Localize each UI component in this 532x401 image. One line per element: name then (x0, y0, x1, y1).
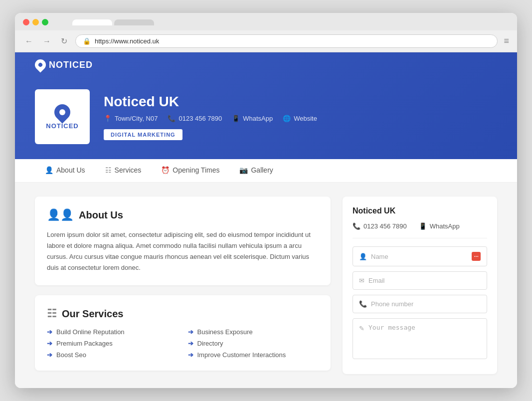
about-icon: 👤 (45, 166, 53, 174)
arrow-icon: ➔ (47, 328, 52, 336)
location-icon: 📍 (104, 115, 112, 122)
service-label: Directory (197, 340, 223, 347)
sidebar-phone-text: 0123 456 7890 (363, 222, 407, 230)
contact-row: 📞 0123 456 7890 📱 WhatsApp (353, 222, 487, 238)
left-column: 👤👤 About Us Lorem ipsum dolor sit amet, … (35, 197, 331, 374)
arrow-icon: ➔ (188, 340, 193, 347)
arrow-icon: ➔ (47, 340, 52, 347)
right-column: Noticed UK 📞 0123 456 7890 📱 WhatsApp (343, 197, 497, 374)
nav-opening-label: Opening Times (173, 166, 219, 174)
business-logo: NOTICED (35, 89, 90, 144)
main-content: 👤👤 About Us Lorem ipsum dolor sit amet, … (15, 183, 517, 388)
services-title-text: Our Services (62, 308, 123, 320)
sidebar-phone: 📞 0123 456 7890 (353, 222, 407, 230)
name-field-icon: 👤 (359, 253, 367, 260)
about-title-text: About Us (79, 209, 123, 221)
close-button[interactable] (23, 19, 29, 25)
forward-button[interactable]: → (41, 36, 53, 47)
title-bar (15, 13, 517, 30)
services-title: ☷ Our Services (47, 307, 319, 320)
message-input[interactable] (368, 324, 481, 354)
services-title-icon: ☷ (47, 307, 57, 320)
services-icon: ☷ (105, 166, 112, 174)
message-field-icon: ✎ (359, 325, 364, 332)
site-logo: NOTICED (35, 59, 93, 70)
clock-icon: ⏰ (161, 166, 170, 174)
sidebar-whatsapp-text: WhatsApp (430, 222, 460, 230)
name-field[interactable]: 👤 ··· (353, 246, 487, 266)
email-input[interactable] (368, 277, 481, 284)
phone-meta: 📞 0123 456 7890 (168, 115, 222, 122)
site-header: NOTICED NOTICED Noticed UK 📍 Town/City, (15, 52, 517, 159)
sidebar-whatsapp-icon: 📱 (419, 222, 427, 230)
logo-pin-icon (32, 57, 48, 72)
address-bar-row: ← → ↻ 🔒 https://www.noticed.uk ≡ (15, 30, 517, 52)
nav-gallery-label: Gallery (251, 166, 273, 174)
services-list: ➔ Build Online Reputation ➔ Business Exp… (47, 328, 319, 359)
menu-icon[interactable]: ≡ (504, 36, 509, 46)
service-item: ➔ Premium Packages (47, 340, 178, 347)
message-field[interactable]: ✎ (353, 318, 487, 359)
business-info: Noticed UK 📍 Town/City, N07 📞 0123 456 7… (104, 94, 317, 140)
phone-field-icon: 📞 (359, 300, 367, 308)
inactive-tab[interactable] (114, 19, 154, 25)
service-label: Build Online Reputation (56, 328, 125, 336)
address-text: https://www.noticed.uk (95, 37, 159, 45)
maximize-button[interactable] (42, 19, 48, 25)
sidebar-business-name: Noticed UK (353, 206, 487, 215)
site-nav: NOTICED (35, 52, 497, 77)
arrow-icon: ➔ (47, 351, 52, 359)
service-item: ➔ Boost Seo (47, 351, 178, 359)
location-text: Town/City, N07 (115, 115, 158, 122)
website-content: NOTICED NOTICED Noticed UK 📍 Town/City, (15, 52, 517, 388)
reload-button[interactable]: ↻ (59, 35, 69, 47)
email-field[interactable]: ✉ (353, 271, 487, 290)
website-meta[interactable]: 🌐 Website (283, 115, 317, 122)
service-label: Premium Packages (56, 340, 113, 347)
address-input[interactable]: 🔒 https://www.noticed.uk (75, 34, 498, 48)
active-tab[interactable] (72, 19, 112, 25)
brand-name: NOTICED (49, 60, 93, 70)
services-card: ☷ Our Services ➔ Build Online Reputation… (35, 295, 331, 371)
sidebar-card: Noticed UK 📞 0123 456 7890 📱 WhatsApp (343, 197, 497, 374)
phone-icon: 📞 (168, 115, 176, 122)
service-item: ➔ Directory (188, 340, 319, 347)
browser-window: ← → ↻ 🔒 https://www.noticed.uk ≡ NOTICED (15, 13, 517, 388)
tag-button[interactable]: DIGITAL MARKETING (104, 129, 182, 140)
name-input[interactable] (371, 253, 468, 260)
phone-input[interactable] (371, 300, 481, 308)
nav-about-label: About Us (56, 166, 85, 174)
lock-icon: 🔒 (83, 37, 91, 45)
website-icon: 🌐 (283, 115, 291, 122)
nav-gallery[interactable]: 📷 Gallery (229, 159, 283, 182)
about-title: 👤👤 About Us (47, 208, 319, 221)
email-field-icon: ✉ (359, 277, 364, 284)
nav-about[interactable]: 👤 About Us (35, 159, 95, 182)
about-title-icon: 👤👤 (47, 208, 74, 221)
website-text: Website (294, 115, 317, 122)
whatsapp-text: WhatsApp (243, 115, 273, 122)
about-card: 👤👤 About Us Lorem ipsum dolor sit amet, … (35, 197, 331, 285)
nav-opening[interactable]: ⏰ Opening Times (151, 159, 229, 182)
business-profile: NOTICED Noticed UK 📍 Town/City, N07 📞 01… (35, 77, 497, 159)
gallery-icon: 📷 (239, 166, 248, 174)
sidebar-whatsapp[interactable]: 📱 WhatsApp (419, 222, 460, 230)
minimize-button[interactable] (32, 19, 39, 25)
name-error-badge: ··· (472, 252, 481, 261)
service-item: ➔ Improve Customer Interactions (188, 351, 319, 359)
nav-services[interactable]: ☷ Services (95, 159, 152, 182)
business-meta: 📍 Town/City, N07 📞 0123 456 7890 📱 Whats… (104, 115, 317, 122)
phone-field[interactable]: 📞 (353, 295, 487, 313)
whatsapp-meta[interactable]: 📱 WhatsApp (232, 115, 273, 122)
back-button[interactable]: ← (23, 36, 35, 47)
phone-text: 0123 456 7890 (178, 115, 222, 122)
location-meta: 📍 Town/City, N07 (104, 115, 158, 122)
biz-pin-icon (51, 101, 73, 123)
arrow-icon: ➔ (188, 328, 193, 336)
about-text: Lorem ipsum dolor sit amet, consectetur … (47, 229, 319, 273)
business-name: Noticed UK (104, 94, 317, 110)
arrow-icon: ➔ (188, 351, 193, 359)
sidebar-phone-icon: 📞 (353, 222, 360, 230)
service-item: ➔ Build Online Reputation (47, 328, 178, 336)
service-label: Improve Customer Interactions (197, 351, 286, 359)
